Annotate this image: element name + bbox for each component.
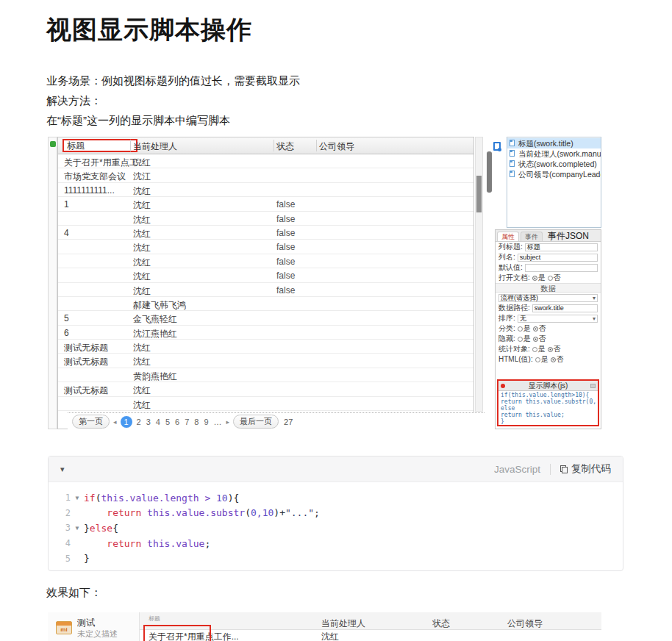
page-number-8[interactable]: 8 (193, 418, 199, 426)
radio-no[interactable]: 否 (533, 334, 546, 344)
fold-caret-icon[interactable]: ▼ (71, 495, 84, 501)
radio-label: 是 (523, 323, 531, 334)
table-row[interactable]: 沈红false (58, 240, 473, 254)
panel-scrollbar-thumb[interactable] (487, 151, 492, 193)
cell-title: 4 (64, 228, 69, 238)
table-row[interactable]: 6沈江燕艳红 (58, 326, 473, 340)
radio-yes[interactable]: 是 (518, 323, 531, 334)
prop-input[interactable] (525, 264, 598, 272)
table-scrollbar[interactable] (475, 137, 483, 412)
table-row[interactable]: 郝建飞韩飞鸿 (58, 297, 473, 311)
code-body[interactable]: 1▼if(this.value.length > 10){2 return th… (49, 482, 623, 566)
radio-dot[interactable] (533, 326, 538, 332)
table-row[interactable]: 沈红false (58, 268, 473, 282)
prop-input[interactable]: swork.title (532, 304, 598, 312)
prop-input[interactable]: subject (518, 254, 598, 262)
radio-dot[interactable] (532, 347, 537, 352)
effect-label: 效果如下： (46, 586, 101, 600)
table-row[interactable]: 测试无标题沈红 (58, 382, 473, 396)
prop-label: HTML(值): (498, 354, 533, 365)
page-number-9[interactable]: 9 (203, 418, 209, 426)
maximize-icon[interactable] (590, 384, 596, 388)
page-number-7[interactable]: 7 (184, 418, 190, 426)
next-page-icon[interactable]: ▸ (226, 418, 230, 426)
table-row[interactable]: 市场党支部会议沈江 (58, 168, 473, 182)
table-row[interactable]: 4沈红false (58, 226, 473, 240)
prev-page-icon[interactable]: ◂ (113, 418, 117, 426)
fold-caret-icon[interactable]: ▼ (71, 525, 84, 531)
radio-dot[interactable] (551, 357, 556, 362)
radio-dot[interactable] (533, 337, 538, 342)
page-number-2[interactable]: 2 (136, 418, 142, 426)
page-number-3[interactable]: 3 (146, 418, 151, 426)
table-row[interactable]: 沈红false (58, 283, 473, 297)
table-row[interactable]: 5金飞燕轻红 (58, 311, 473, 325)
code-text: }else{ (84, 523, 118, 534)
cell-handler: 沈红 (133, 285, 151, 298)
tab-properties[interactable]: 属性 (497, 232, 519, 241)
tree-item-0[interactable]: 标题(swork.title) (507, 138, 601, 148)
display-script-code[interactable]: if(this.value.length>10){ return this.va… (498, 391, 598, 426)
page-number-4[interactable]: 4 (155, 418, 161, 426)
radio-dot[interactable] (518, 337, 523, 342)
table-row[interactable]: 1111111111...沈红 (58, 183, 473, 197)
result-column-handler[interactable]: 当前处理人 (321, 617, 365, 630)
tree-item-2[interactable]: 状态(swork.completed) (507, 159, 601, 169)
table-row[interactable]: 关于召开*用重点工倪红 (58, 154, 473, 168)
result-column-leader[interactable]: 公司领导 (507, 617, 543, 630)
radio-yes[interactable]: 是 (518, 334, 531, 344)
prop-label: 数据路径: (498, 303, 530, 313)
radio-yes[interactable]: 是 (535, 354, 548, 365)
column-header-handler[interactable]: 当前处理人 (133, 140, 177, 153)
column-header-leader[interactable]: 公司领导 (319, 140, 354, 153)
cell-handler: 金飞燕轻红 (133, 313, 177, 326)
last-page-button[interactable]: 最后一页 (233, 415, 279, 429)
display-script-header[interactable]: 显示脚本(js) (498, 381, 598, 391)
radio-dot[interactable] (548, 276, 553, 281)
collapse-caret-icon[interactable]: ▾ (60, 465, 65, 474)
first-page-button[interactable]: 第一页 (72, 415, 110, 429)
radio-no[interactable]: 否 (551, 354, 564, 365)
tree-item-1[interactable]: 当前处理人(swork.manual… (507, 148, 601, 159)
page-title: 视图显示脚本操作 (46, 13, 252, 47)
tab-events[interactable]: 事件 (521, 232, 543, 241)
radio-dot[interactable] (532, 276, 537, 281)
table-row[interactable]: 沈红false (58, 212, 473, 226)
refresh-icon[interactable] (50, 141, 56, 147)
app-title[interactable]: 测试 (77, 617, 95, 629)
prop-select[interactable]: 流程(请选择) (498, 294, 598, 302)
table-row[interactable]: 1沈红false (58, 197, 473, 211)
app-icon[interactable]: mi (56, 621, 72, 634)
cell-handler: 沈红 (133, 342, 151, 354)
prop-select[interactable]: 无 (518, 315, 598, 323)
radio-yes[interactable]: 是 (532, 344, 546, 354)
radio-no[interactable]: 否 (548, 344, 561, 354)
result-column-status[interactable]: 状态 (432, 617, 450, 630)
column-header-title[interactable]: 标题 (67, 140, 85, 151)
annotation-box-title-column[interactable]: 标题 (62, 139, 137, 152)
radio-no[interactable]: 否 (533, 323, 546, 334)
header-separator (316, 140, 317, 151)
column-header-status[interactable]: 状态 (276, 140, 294, 153)
radio-dot[interactable] (548, 347, 553, 352)
tree-item-3[interactable]: 公司领导(companyLeader) (507, 169, 601, 179)
page-number-5[interactable]: 5 (165, 418, 171, 426)
result-cell-handler[interactable]: 沈红 (321, 631, 339, 641)
table-row[interactable]: 沈红 (58, 397, 473, 411)
app-subtitle: 未定义描述 (77, 629, 118, 640)
table-row[interactable]: 黄韵燕艳红 (58, 368, 473, 382)
view-table: 标题 当前处理人 状态 公司领导 关于召开*用重点工倪红市场党支部会议沈江111… (57, 137, 474, 429)
table-row[interactable]: 测试无标题沈红 (58, 354, 473, 368)
radio-dot[interactable] (535, 357, 540, 362)
scrollbar-thumb[interactable] (476, 176, 482, 212)
radio-dot[interactable] (518, 326, 523, 332)
radio-yes[interactable]: 是 (532, 273, 546, 283)
table-row[interactable]: 测试无标题沈红 (58, 340, 473, 354)
page-number-6[interactable]: 6 (174, 418, 180, 426)
clipboard-icon[interactable] (493, 142, 501, 151)
table-row[interactable]: 沈红false (58, 254, 473, 268)
prop-input[interactable]: 标题 (525, 243, 598, 251)
page-number-1[interactable]: 1 (121, 416, 132, 428)
copy-code-button[interactable]: 复制代码 (560, 462, 611, 476)
radio-no[interactable]: 否 (548, 273, 561, 283)
